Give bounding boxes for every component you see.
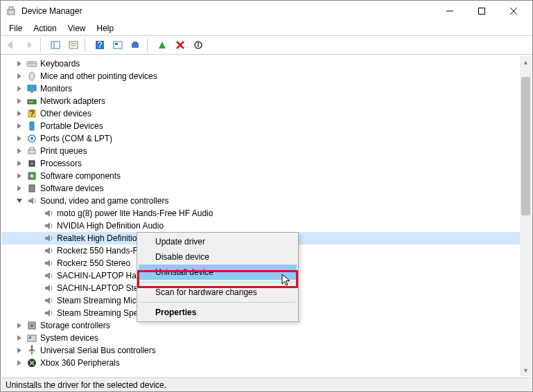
tree-row[interactable]: Processors bbox=[1, 157, 520, 170]
caret-none bbox=[32, 296, 40, 305]
menu-action[interactable]: Action bbox=[28, 22, 62, 35]
tree-row[interactable]: Portable Devices bbox=[1, 120, 520, 132]
tree-row[interactable]: Monitors bbox=[1, 82, 520, 95]
svg-rect-8 bbox=[69, 42, 78, 48]
tree-row-label: moto g(8) power lite Hands-Free HF Audio bbox=[57, 208, 216, 218]
caret-none bbox=[32, 259, 40, 267]
menu-file[interactable]: File bbox=[3, 22, 28, 35]
close-button[interactable] bbox=[498, 1, 530, 21]
tree-row-label: Processors bbox=[40, 159, 85, 168]
tree-row[interactable]: Mice and other pointing devices bbox=[1, 70, 520, 82]
sound-icon bbox=[43, 295, 54, 306]
tree-row-label: Network adapters bbox=[40, 96, 108, 106]
sound-icon bbox=[43, 233, 54, 244]
network-icon bbox=[26, 96, 37, 107]
tree-row[interactable]: ?Other devices bbox=[1, 107, 520, 120]
tree-pane: KeyboardsMice and other pointing devices… bbox=[1, 56, 532, 376]
svg-rect-33 bbox=[28, 150, 35, 154]
chevron-right-icon[interactable] bbox=[15, 72, 24, 80]
device-tree[interactable]: KeyboardsMice and other pointing devices… bbox=[1, 56, 520, 376]
context-menu-item[interactable]: Properties bbox=[139, 305, 297, 320]
tree-row[interactable]: NVIDIA High Definition Audio bbox=[1, 220, 520, 232]
forward-button[interactable] bbox=[21, 37, 37, 53]
tree-row[interactable]: Universal Serial Bus controllers bbox=[1, 344, 520, 357]
context-menu-separator bbox=[140, 302, 295, 303]
chevron-right-icon[interactable] bbox=[15, 184, 24, 193]
chevron-right-icon[interactable] bbox=[15, 122, 24, 130]
scroll-thumb[interactable] bbox=[521, 77, 530, 215]
minimize-button[interactable] bbox=[434, 1, 466, 21]
tree-row[interactable]: Network adapters bbox=[1, 95, 520, 107]
svg-point-26 bbox=[29, 101, 30, 103]
scan-hardware-button[interactable] bbox=[110, 37, 126, 53]
chevron-right-icon[interactable] bbox=[15, 334, 24, 342]
scroll-up-button[interactable]: ▲ bbox=[520, 56, 532, 68]
toolbar: ? bbox=[1, 35, 532, 55]
tree-row-label: Universal Serial Bus controllers bbox=[40, 346, 159, 355]
svg-rect-30 bbox=[30, 122, 34, 130]
tree-row-label: Sound, video and game controllers bbox=[40, 196, 171, 206]
chevron-right-icon[interactable] bbox=[15, 84, 24, 93]
context-menu-item[interactable]: Uninstall device bbox=[139, 265, 297, 280]
help-button[interactable]: ? bbox=[91, 37, 108, 53]
update-driver-button[interactable] bbox=[128, 37, 144, 53]
chevron-down-icon[interactable] bbox=[15, 197, 24, 205]
tree-row-label: Steam Streaming Micr bbox=[57, 296, 142, 305]
svg-rect-42 bbox=[28, 335, 36, 341]
svg-rect-6 bbox=[51, 42, 60, 48]
context-menu-item[interactable]: Disable device bbox=[139, 249, 297, 265]
enable-device-button[interactable] bbox=[154, 37, 171, 53]
uninstall-device-button[interactable] bbox=[172, 37, 189, 53]
chevron-right-icon[interactable] bbox=[15, 147, 24, 155]
chevron-right-icon[interactable] bbox=[15, 60, 24, 68]
scroll-down-button[interactable]: ▼ bbox=[520, 364, 532, 376]
maximize-button[interactable] bbox=[466, 1, 498, 21]
tree-row[interactable]: System devices bbox=[1, 332, 520, 344]
context-menu-item[interactable]: Update driver bbox=[139, 234, 297, 249]
caret-none bbox=[32, 284, 40, 292]
tree-row[interactable]: moto g(8) power lite Hands-Free HF Audio bbox=[1, 207, 520, 220]
monitor-icon bbox=[26, 83, 37, 94]
svg-rect-3 bbox=[479, 8, 485, 15]
disable-device-button[interactable] bbox=[190, 37, 207, 53]
context-menu[interactable]: Update driverDisable deviceUninstall dev… bbox=[137, 232, 299, 322]
tree-row-label: Portable Devices bbox=[40, 121, 106, 131]
context-menu-item[interactable]: Scan for hardware changes bbox=[139, 285, 297, 300]
chevron-right-icon[interactable] bbox=[15, 346, 24, 355]
svg-rect-24 bbox=[30, 91, 33, 93]
caret-none bbox=[32, 247, 40, 255]
svg-point-32 bbox=[30, 137, 33, 140]
chevron-right-icon[interactable] bbox=[15, 359, 24, 367]
tree-row[interactable]: Sound, video and game controllers bbox=[1, 195, 520, 207]
sound-icon bbox=[43, 283, 54, 294]
show-hide-tree-button[interactable] bbox=[47, 37, 64, 53]
properties-button[interactable] bbox=[65, 37, 82, 53]
tree-row[interactable]: Print queues bbox=[1, 145, 520, 157]
chevron-right-icon[interactable] bbox=[15, 134, 24, 143]
caret-none bbox=[32, 209, 40, 217]
tree-row-label: SACHIN-LAPTOP Han bbox=[57, 271, 144, 280]
toolbar-separator-3 bbox=[147, 38, 151, 52]
tree-row[interactable]: Ports (COM & LPT) bbox=[1, 132, 520, 145]
menu-help[interactable]: Help bbox=[91, 22, 120, 35]
chevron-right-icon[interactable] bbox=[15, 321, 24, 330]
svg-rect-23 bbox=[28, 85, 36, 91]
tree-row[interactable]: Software components bbox=[1, 170, 520, 182]
system-icon bbox=[26, 332, 37, 344]
back-button[interactable] bbox=[3, 37, 19, 53]
tree-row-label: System devices bbox=[40, 333, 101, 343]
tree-row-label: Keyboards bbox=[40, 59, 82, 69]
tree-row[interactable]: Xbox 360 Peripherals bbox=[1, 357, 520, 369]
tree-row[interactable]: Keyboards bbox=[1, 57, 520, 70]
scrollbar[interactable]: ▲ ▼ bbox=[520, 56, 532, 376]
window-title: Device Manager bbox=[21, 6, 434, 16]
tree-row-label: Steam Streaming Spea bbox=[57, 308, 146, 318]
menubar: File Action View Help bbox=[1, 21, 532, 35]
chevron-right-icon[interactable] bbox=[15, 172, 24, 180]
chevron-right-icon[interactable] bbox=[15, 159, 24, 168]
chevron-right-icon[interactable] bbox=[15, 109, 24, 118]
menu-view[interactable]: View bbox=[62, 22, 91, 35]
tree-row[interactable]: Software devices bbox=[1, 182, 520, 195]
chevron-right-icon[interactable] bbox=[15, 97, 24, 105]
cpu-icon bbox=[26, 158, 37, 169]
